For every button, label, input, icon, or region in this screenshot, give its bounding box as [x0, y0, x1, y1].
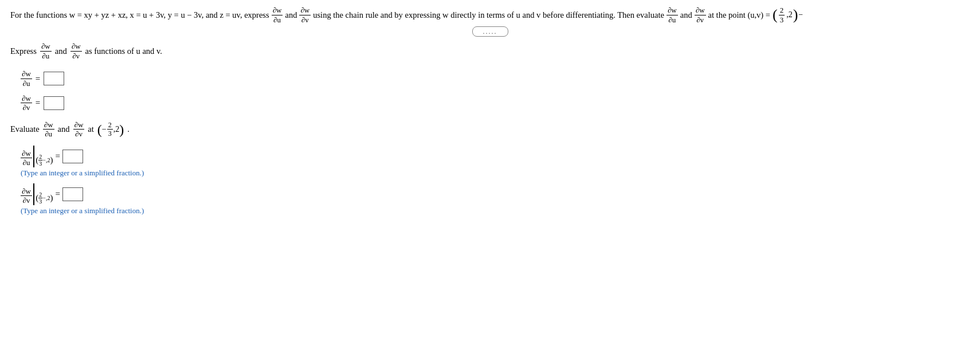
eval-dw-du: ∂w ∂u — [43, 120, 54, 139]
equals-2: = — [36, 98, 40, 108]
eval-dw-dv: ∂w ∂v — [73, 120, 85, 139]
dw-dv-input-1[interactable] — [44, 96, 64, 110]
problem-statement: For the functions w = xy + yz + xz, x = … — [10, 6, 970, 24]
dw-du-eval-input[interactable] — [62, 150, 83, 163]
eval-subscript-1: ( 2 3 − ,2 ) — [36, 154, 53, 167]
dw-dv-eval-block: ∂w ∂v ( 2 3 − ,2 ) = — [21, 183, 970, 205]
and-1: and — [285, 9, 297, 21]
evaluate-label: Evaluate — [10, 124, 40, 134]
point-paren: ( 2 3 ,2 ) − — [773, 6, 803, 24]
dw-du-eval-block: ∂w ∂u ( 2 3 − ,2 ) = — [21, 146, 970, 167]
dw-du-frac-1: ∂w ∂u — [21, 69, 32, 88]
dw-du-input-1[interactable] — [44, 72, 64, 85]
eval-bar-2 — [33, 183, 35, 205]
express-label: Express — [10, 46, 37, 56]
statement-post: at the point (u,v) = — [708, 9, 770, 21]
eval-dw-du-frac: ∂w ∂u — [21, 149, 32, 167]
dw-dv-frac-header2: ∂w ∂v — [695, 6, 706, 24]
and-3: and — [55, 46, 67, 56]
express-dw-du: ∂w ∂u — [40, 42, 52, 60]
eval-point-paren: ( − 2 3 ,2 ) — [97, 121, 124, 138]
at-label: at — [88, 124, 93, 134]
statement-mid: using the chain rule and by expressing w… — [313, 9, 664, 21]
hint-1: (Type an integer or a simplified fractio… — [21, 168, 970, 178]
equals-3: = — [55, 151, 60, 161]
period-1: . — [127, 124, 130, 134]
dw-dv-answer-row: ∂w ∂v = — [21, 94, 970, 112]
eval-subscript-2: ( 2 3 − ,2 ) — [36, 191, 53, 205]
statement-pre: For the functions w = xy + yz + xz, x = … — [10, 9, 269, 21]
dw-du-frac-header: ∂w ∂u — [272, 6, 283, 24]
equals-4: = — [55, 189, 60, 199]
express-line: Express ∂w ∂u and ∂w ∂v as functions of … — [10, 42, 970, 60]
hint-2: (Type an integer or a simplified fractio… — [21, 206, 970, 215]
express-dw-dv: ∂w ∂v — [70, 42, 82, 60]
and-4: and — [58, 124, 70, 134]
as-functions-label: as functions of u and v. — [85, 46, 162, 56]
ellipsis-dots: ..... — [472, 26, 508, 37]
dw-du-answer-row: ∂w ∂u = — [21, 69, 970, 88]
equals-1: = — [36, 74, 40, 84]
dw-dv-eval-input[interactable] — [62, 187, 83, 201]
ellipsis-bar: ..... — [10, 26, 970, 36]
and-2: and — [680, 9, 692, 21]
dw-du-frac-header2: ∂w ∂u — [667, 6, 678, 24]
eval-dw-dv-frac: ∂w ∂v — [21, 187, 32, 205]
dw-dv-frac-header: ∂w ∂v — [299, 6, 311, 24]
dw-dv-frac-1: ∂w ∂v — [21, 94, 32, 112]
eval-bar-1 — [33, 146, 35, 167]
evaluate-line: Evaluate ∂w ∂u and ∂w ∂v at ( − 2 3 ,2 )… — [10, 120, 970, 139]
